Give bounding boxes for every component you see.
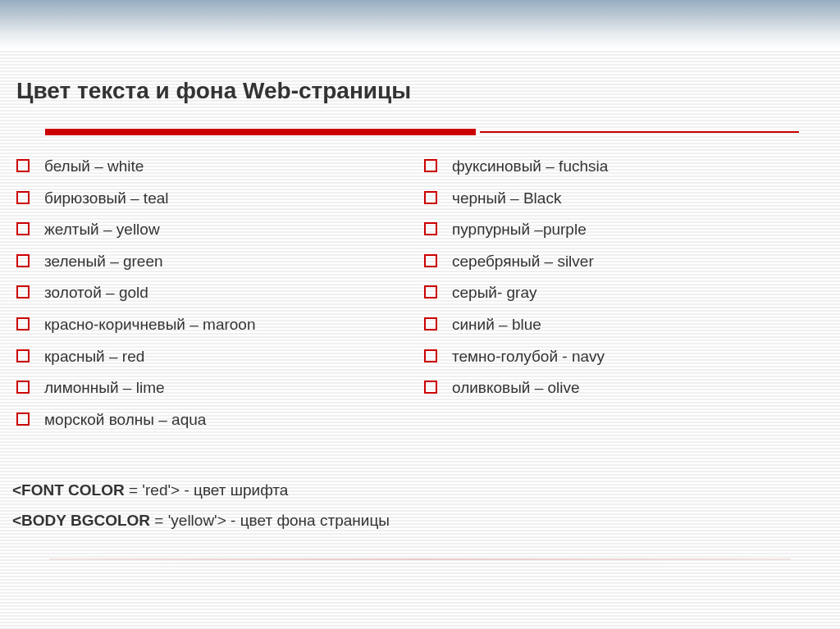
list-item: морской волны – aqua xyxy=(16,409,416,431)
list-item-text: золотой – gold xyxy=(44,282,148,304)
square-bullet-icon xyxy=(16,285,30,299)
list-item-text: черный – Black xyxy=(452,188,561,210)
code-tag: <BODY BGCOLOR xyxy=(12,512,150,529)
divider-thin xyxy=(480,131,799,133)
list-item: серый- gray xyxy=(424,282,824,304)
list-item-text: серебряный – silver xyxy=(452,251,594,273)
divider-thick xyxy=(45,129,476,135)
list-item-text: желтый – yellow xyxy=(44,219,160,241)
list-item: лимонный – lime xyxy=(16,377,416,399)
list-item: оливковый – olive xyxy=(424,377,824,399)
list-item-text: бирюзовый – teal xyxy=(44,188,169,210)
color-columns: белый – whiteбирюзовый – tealжелтый – ye… xyxy=(16,156,824,440)
code-line: <FONT COLOR = 'red'> - цвет шрифта xyxy=(12,481,824,499)
square-bullet-icon xyxy=(424,349,437,362)
square-bullet-icon xyxy=(16,412,30,426)
list-item: пурпурный –purple xyxy=(424,219,824,241)
right-column: фуксиновый – fuchsiaчерный – Blackпурпур… xyxy=(424,156,824,440)
square-bullet-icon xyxy=(16,381,30,394)
list-item-text: зеленый – green xyxy=(44,251,163,273)
square-bullet-icon xyxy=(16,191,30,204)
square-bullet-icon xyxy=(16,254,30,267)
square-bullet-icon xyxy=(16,222,30,235)
square-bullet-icon xyxy=(424,159,437,172)
list-item-text: белый – white xyxy=(44,156,144,178)
list-item: черный – Black xyxy=(424,188,824,210)
list-item-text: морской волны – aqua xyxy=(44,409,206,431)
list-item: синий – blue xyxy=(424,314,824,336)
list-item: бирюзовый – teal xyxy=(16,188,416,210)
list-item-text: красно-коричневый – maroon xyxy=(44,314,255,336)
code-description: = 'yellow'> - цвет фона страницы xyxy=(150,512,390,529)
list-item: фуксиновый – fuchsia xyxy=(424,156,824,178)
divider xyxy=(16,129,824,135)
list-item-text: оливковый – olive xyxy=(452,377,580,399)
square-bullet-icon xyxy=(16,317,30,330)
square-bullet-icon xyxy=(424,381,437,394)
bottom-divider xyxy=(49,558,791,560)
list-item: красный – red xyxy=(16,346,416,368)
slide-content: Цвет текста и фона Web-страницы белый – … xyxy=(0,0,840,577)
list-item: желтый – yellow xyxy=(16,219,416,241)
square-bullet-icon xyxy=(424,317,437,330)
left-column: белый – whiteбирюзовый – tealжелтый – ye… xyxy=(16,156,416,440)
list-item-text: пурпурный –purple xyxy=(452,219,587,241)
code-line: <BODY BGCOLOR = 'yellow'> - цвет фона ст… xyxy=(12,512,824,530)
list-item: золотой – gold xyxy=(16,282,416,304)
square-bullet-icon xyxy=(16,349,30,362)
list-item: серебряный – silver xyxy=(424,251,824,273)
code-description: = 'red'> - цвет шрифта xyxy=(125,481,289,499)
list-item-text: темно-голубой - navy xyxy=(452,346,605,368)
list-item: темно-голубой - navy xyxy=(424,346,824,368)
list-item-text: серый- gray xyxy=(452,282,536,304)
list-item-text: синий – blue xyxy=(452,314,541,336)
code-examples: <FONT COLOR = 'red'> - цвет шрифта<BODY … xyxy=(16,481,824,530)
list-item-text: красный – red xyxy=(44,346,144,368)
list-item: белый – white xyxy=(16,156,416,178)
square-bullet-icon xyxy=(424,254,437,267)
list-item: зеленый – green xyxy=(16,251,416,273)
square-bullet-icon xyxy=(16,159,30,172)
square-bullet-icon xyxy=(424,222,437,235)
square-bullet-icon xyxy=(424,285,437,299)
square-bullet-icon xyxy=(424,191,437,204)
list-item: красно-коричневый – maroon xyxy=(16,314,416,336)
list-item-text: фуксиновый – fuchsia xyxy=(452,156,608,178)
code-tag: <FONT COLOR xyxy=(12,481,125,499)
slide-title: Цвет текста и фона Web-страницы xyxy=(16,78,824,104)
list-item-text: лимонный – lime xyxy=(44,377,165,399)
